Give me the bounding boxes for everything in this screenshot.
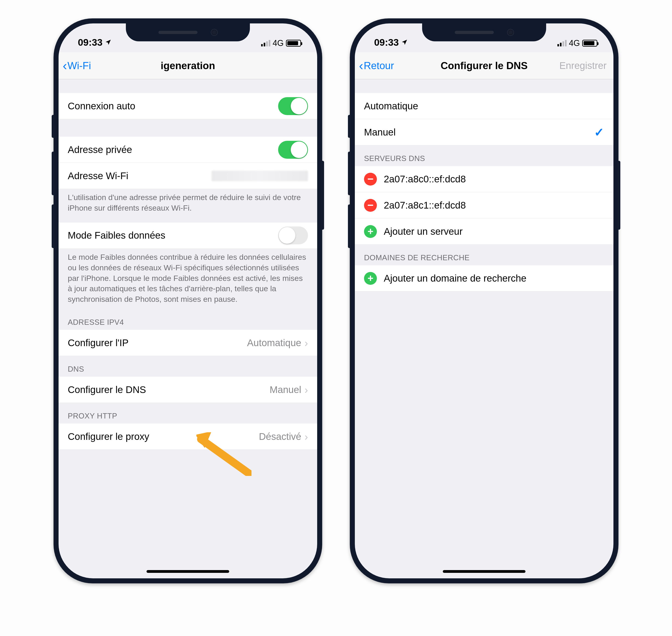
row-configure-ip[interactable]: Configurer l'IP Automatique › bbox=[59, 330, 317, 356]
row-label: Adresse Wi-Fi bbox=[68, 171, 212, 181]
status-time: 09:33 bbox=[78, 37, 102, 48]
row-value: Automatique bbox=[247, 337, 301, 349]
add-icon[interactable]: + bbox=[364, 225, 377, 238]
switch-auto-connect[interactable] bbox=[278, 97, 308, 115]
home-indicator[interactable] bbox=[146, 570, 229, 573]
row-configure-dns[interactable]: Configurer le DNS Manuel › bbox=[59, 377, 317, 403]
row-configure-proxy[interactable]: Configurer le proxy Désactivé › bbox=[59, 423, 317, 450]
battery-icon bbox=[582, 40, 597, 47]
row-server-2[interactable]: 2a07:a8c1::ef:dcd8 bbox=[355, 192, 613, 218]
network-label: 4G bbox=[569, 38, 580, 48]
chevron-right-icon: › bbox=[304, 338, 308, 348]
location-icon bbox=[401, 37, 408, 48]
network-label: 4G bbox=[273, 38, 284, 48]
row-server-1[interactable]: 2a07:a8c0::ef:dcd8 bbox=[355, 166, 613, 192]
chevron-right-icon: › bbox=[304, 384, 308, 395]
section-header-dns: DNS bbox=[59, 356, 317, 377]
row-value: Désactivé bbox=[259, 431, 301, 442]
check-icon: ✓ bbox=[594, 125, 604, 139]
row-label: Mode Faibles données bbox=[68, 230, 278, 241]
row-auto-connect[interactable]: Connexion auto bbox=[59, 93, 317, 119]
row-wifi-address: Adresse Wi-Fi bbox=[59, 163, 317, 189]
row-label: Configurer le DNS bbox=[68, 384, 270, 395]
status-time: 09:33 bbox=[374, 37, 399, 48]
switch-private-address[interactable] bbox=[278, 141, 308, 159]
nav-bar: ‹ Wi-Fi igeneration bbox=[59, 52, 317, 79]
section-header-proxy: PROXY HTTP bbox=[59, 403, 317, 423]
notch bbox=[126, 23, 250, 41]
settings-content[interactable]: Connexion auto Adresse privée Adresse Wi… bbox=[59, 79, 317, 578]
row-value: Manuel bbox=[270, 384, 301, 395]
row-label: Ajouter un domaine de recherche bbox=[384, 273, 604, 284]
section-header-search-domains: DOMAINES DE RECHERCHE bbox=[355, 245, 613, 265]
delete-icon[interactable] bbox=[364, 199, 377, 212]
row-private-address[interactable]: Adresse privée bbox=[59, 137, 317, 163]
server-value[interactable]: 2a07:a8c1::ef:dcd8 bbox=[384, 200, 604, 211]
notch bbox=[422, 23, 546, 41]
row-label: Ajouter un serveur bbox=[384, 226, 604, 237]
phone-left: 09:33 4G ‹ Wi-Fi igeneration bbox=[54, 18, 322, 583]
private-address-footer: L'utilisation d'une adresse privée perme… bbox=[59, 189, 317, 218]
section-header-servers: SERVEURS DNS bbox=[355, 145, 613, 166]
switch-low-data[interactable] bbox=[278, 226, 308, 244]
row-label: Connexion auto bbox=[68, 101, 278, 112]
signal-icon bbox=[557, 40, 567, 46]
add-icon[interactable]: + bbox=[364, 272, 377, 285]
save-button[interactable]: Enregistrer bbox=[559, 60, 607, 71]
row-low-data[interactable]: Mode Faibles données bbox=[59, 222, 317, 249]
screen-left: 09:33 4G ‹ Wi-Fi igeneration bbox=[59, 23, 317, 578]
redacted-value bbox=[212, 171, 308, 181]
nav-title: igeneration bbox=[59, 60, 317, 72]
row-add-server[interactable]: + Ajouter un serveur bbox=[355, 218, 613, 245]
row-dns-auto[interactable]: Automatique bbox=[355, 93, 613, 119]
location-icon bbox=[105, 37, 112, 48]
row-label: Configurer le proxy bbox=[68, 431, 259, 442]
chevron-right-icon: › bbox=[304, 431, 308, 442]
dns-content[interactable]: Automatique Manuel ✓ SERVEURS DNS 2a07:a… bbox=[355, 79, 613, 578]
screen-right: 09:33 4G ‹ Retour Configurer le DNS Enre… bbox=[355, 23, 613, 578]
row-label: Configurer l'IP bbox=[68, 337, 247, 349]
phone-right: 09:33 4G ‹ Retour Configurer le DNS Enre… bbox=[350, 18, 618, 583]
nav-bar: ‹ Retour Configurer le DNS Enregistrer bbox=[355, 52, 613, 79]
server-value[interactable]: 2a07:a8c0::ef:dcd8 bbox=[384, 174, 604, 185]
row-add-domain[interactable]: + Ajouter un domaine de recherche bbox=[355, 265, 613, 292]
battery-icon bbox=[286, 40, 301, 47]
row-label: Automatique bbox=[364, 101, 604, 112]
section-header-ipv4: ADRESSE IPV4 bbox=[59, 309, 317, 330]
row-dns-manual[interactable]: Manuel ✓ bbox=[355, 119, 613, 145]
row-label: Adresse privée bbox=[68, 144, 278, 155]
home-indicator[interactable] bbox=[443, 570, 526, 573]
delete-icon[interactable] bbox=[364, 173, 377, 185]
row-label: Manuel bbox=[364, 127, 594, 138]
low-data-footer: Le mode Faibles données contribue à rédu… bbox=[59, 249, 317, 309]
signal-icon bbox=[261, 40, 270, 46]
